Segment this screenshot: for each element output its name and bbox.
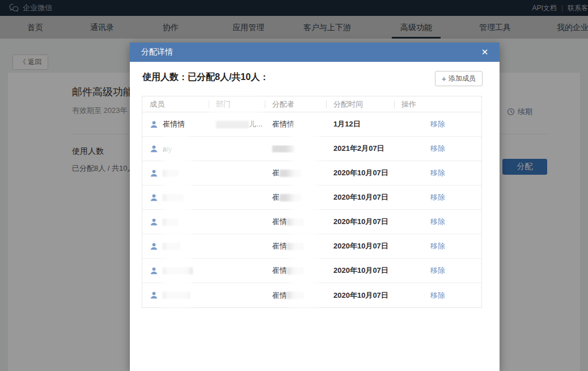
remove-link[interactable]: 移除: [430, 168, 445, 178]
usage-summary: 使用人数：已分配8人/共10人：: [142, 71, 269, 83]
censored-text: [163, 267, 193, 275]
assigner-cell: 崔: [265, 192, 326, 203]
allocation-modal: 分配详情 ✕ 使用人数：已分配8人/共10人： + 添加成员 成员部门分配者分配…: [130, 43, 500, 371]
plus-icon: +: [442, 74, 446, 83]
table-row: 崔情2020年10月07日移除: [142, 234, 481, 259]
person-icon: [150, 242, 158, 251]
member-cell: [142, 291, 209, 300]
modal-header: 分配详情: [130, 43, 500, 62]
remove-link[interactable]: 移除: [430, 144, 445, 154]
censored-text: [287, 267, 304, 275]
remove-link[interactable]: 移除: [430, 241, 445, 251]
person-icon: [150, 267, 158, 275]
date-cell: 1月12日: [326, 119, 394, 129]
member-cell: aiy: [142, 145, 209, 153]
assigner-cell: 崔情: [265, 217, 326, 227]
table-row: 崔情情儿...崔情情1月12日移除: [142, 112, 481, 137]
department-suffix: 儿...: [249, 119, 263, 129]
member-cell: [142, 169, 209, 178]
assigner-cell: 崔情: [265, 265, 326, 276]
censored-text: [287, 292, 304, 299]
member-name: 崔情情: [163, 119, 185, 129]
remove-link[interactable]: 移除: [430, 217, 445, 227]
person-icon: [150, 120, 158, 129]
add-member-button[interactable]: + 添加成员: [435, 71, 483, 86]
assigner-cell: 崔情: [265, 241, 326, 251]
member-cell: [142, 193, 209, 202]
modal-title: 分配详情: [141, 47, 173, 57]
censored-text: [163, 170, 179, 177]
assigner-cell: [265, 145, 326, 153]
assigner-cell: 崔: [265, 168, 326, 178]
table-row: 崔2020年10月07日移除: [142, 161, 481, 186]
add-member-label: 添加成员: [449, 74, 476, 83]
member-cell: [142, 267, 209, 275]
usage-summary-prefix: 使用人数：: [142, 72, 188, 82]
action-cell: 移除: [394, 241, 481, 251]
date-cell: 2020年10月07日: [326, 217, 394, 227]
column-header: 成员: [142, 96, 209, 112]
action-cell: 移除: [394, 144, 481, 154]
assigner-name: 崔情: [272, 217, 287, 227]
censored-text: [287, 243, 304, 250]
member-name: aiy: [163, 145, 172, 153]
assigner-name: 崔情: [272, 290, 287, 301]
column-header: 操作: [394, 96, 481, 112]
censored-text: [280, 170, 301, 177]
censored-text: [287, 218, 304, 226]
close-icon[interactable]: ✕: [478, 45, 492, 59]
censored-text: [163, 243, 181, 250]
action-cell: 移除: [394, 192, 481, 203]
assigner-cell: 崔情: [265, 290, 326, 301]
table-body: 崔情情儿...崔情情1月12日移除aiy2021年2月07日移除崔2020年10…: [142, 112, 481, 307]
action-cell: 移除: [394, 265, 481, 276]
member-cell: [142, 242, 209, 251]
assigner-name: 崔情: [272, 265, 287, 276]
table-row: 崔情2020年10月07日移除: [142, 283, 481, 307]
assigner-name: 崔情情: [272, 119, 294, 129]
usage-summary-count: 已分配8人/共10人：: [188, 72, 269, 82]
members-table: 成员部门分配者分配时间操作 崔情情儿...崔情情1月12日移除aiy2021年2…: [142, 96, 482, 308]
date-cell: 2020年10月07日: [326, 192, 394, 203]
person-icon: [150, 169, 158, 178]
table-row: aiy2021年2月07日移除: [142, 137, 481, 161]
remove-link[interactable]: 移除: [430, 290, 445, 301]
date-cell: 2020年10月07日: [326, 168, 394, 178]
table-row: 崔情2020年10月07日移除: [142, 210, 481, 234]
person-icon: [150, 291, 158, 300]
censored-text: [272, 145, 295, 153]
censored-text: [280, 194, 301, 201]
remove-link[interactable]: 移除: [430, 119, 445, 129]
date-cell: 2020年10月07日: [326, 241, 394, 251]
censored-text: [163, 292, 190, 299]
department-cell: 儿...: [209, 119, 265, 129]
action-cell: 移除: [394, 217, 481, 227]
column-header: 分配者: [265, 96, 326, 112]
member-cell: [142, 218, 209, 226]
censored-text: [163, 194, 184, 201]
action-cell: 移除: [394, 168, 481, 178]
assigner-name: 崔: [272, 192, 280, 203]
assigner-cell: 崔情情: [265, 119, 326, 129]
person-icon: [150, 193, 158, 202]
action-cell: 移除: [394, 119, 481, 129]
person-icon: [150, 145, 158, 153]
date-cell: 2020年10月07日: [326, 265, 394, 276]
table-header: 成员部门分配者分配时间操作: [142, 96, 481, 112]
date-cell: 2021年2月07日: [326, 144, 394, 154]
remove-link[interactable]: 移除: [430, 192, 445, 203]
assigner-name: 崔情: [272, 241, 287, 251]
censored-text: [163, 218, 179, 226]
column-header: 部门: [209, 96, 265, 112]
remove-link[interactable]: 移除: [430, 265, 445, 276]
column-header: 分配时间: [326, 96, 394, 112]
action-cell: 移除: [394, 290, 481, 301]
table-row: 崔情2020年10月07日移除: [142, 259, 481, 283]
date-cell: 2020年10月07日: [326, 290, 394, 301]
assigner-name: 崔: [272, 168, 280, 178]
member-cell: 崔情情: [142, 119, 209, 129]
person-icon: [150, 218, 158, 226]
censored-text: [216, 121, 249, 128]
table-row: 崔2020年10月07日移除: [142, 186, 481, 210]
